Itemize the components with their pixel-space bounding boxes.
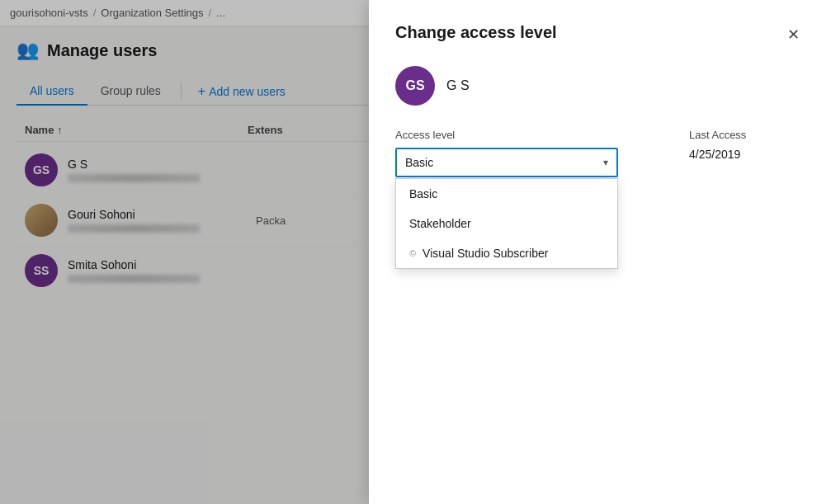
- modal-avatar: GS: [395, 66, 435, 106]
- option-basic[interactable]: Basic: [396, 179, 617, 209]
- option-vs-subscriber[interactable]: © Visual Studio Subscriber: [396, 238, 617, 268]
- modal-title: Change access level: [395, 23, 557, 42]
- last-access-date: 4/25/2019: [689, 148, 805, 161]
- change-access-level-panel: Change access level ✕ GS G S Access leve…: [369, 0, 831, 504]
- dropdown-options-list: Basic Stakeholder © Visual Studio Subscr…: [395, 178, 618, 269]
- close-button[interactable]: ✕: [781, 23, 805, 46]
- modal-user-name: G S: [446, 78, 470, 93]
- chevron-down-icon: ▾: [603, 157, 608, 168]
- modal-header: Change access level ✕: [395, 23, 805, 46]
- modal-user-info: GS G S: [395, 66, 805, 106]
- option-vs-label: Visual Studio Subscriber: [423, 247, 548, 260]
- option-stakeholder[interactable]: Stakeholder: [396, 209, 617, 238]
- access-level-dropdown-wrapper: Basic ▾ Basic Stakeholder © Visual Studi…: [395, 148, 640, 177]
- last-access-section: Last Access 4/25/2019: [689, 129, 805, 177]
- modal-body: Access level Basic ▾ Basic Stakeholder ©…: [395, 129, 805, 177]
- last-access-label: Last Access: [689, 129, 805, 141]
- dropdown-selected-value: Basic: [405, 156, 433, 169]
- access-level-dropdown[interactable]: Basic ▾: [395, 148, 618, 177]
- access-level-label: Access level: [395, 129, 640, 141]
- access-level-section: Access level Basic ▾ Basic Stakeholder ©…: [395, 129, 640, 177]
- copyright-icon: ©: [409, 248, 416, 258]
